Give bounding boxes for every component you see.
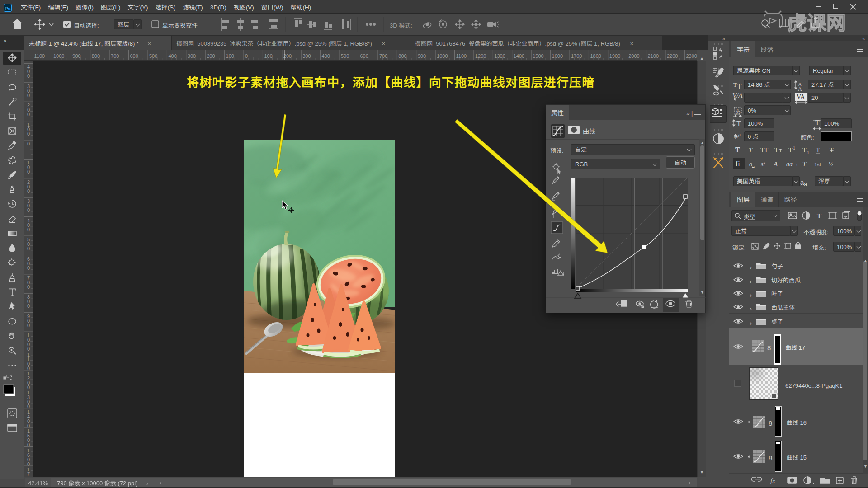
svg-text:0: 0 [27,265,30,271]
svg-text:A: A [798,86,802,92]
svg-text:600: 600 [130,53,138,59]
svg-text:fx: fx [770,477,775,484]
svg-text:500: 500 [149,53,157,59]
svg-text:VA: VA [797,94,805,100]
svg-text:1000: 1000 [437,53,448,59]
svg-text:aa→: aa→ [786,161,799,168]
svg-text:0: 0 [27,284,30,290]
svg-text:T: T [802,160,807,168]
svg-text:0: 0 [27,476,30,477]
svg-text:1600: 1600 [552,53,563,59]
svg-text:0: 0 [245,53,248,59]
svg-text:1000: 1000 [53,53,64,59]
svg-text:T: T [817,212,821,220]
svg-text:1100: 1100 [456,53,467,59]
svg-text:1700: 1700 [571,53,582,59]
svg-text:0: 0 [27,227,30,232]
svg-text:1500: 1500 [533,53,543,59]
svg-text:fi: fi [736,160,740,168]
svg-text:600: 600 [360,53,368,59]
svg-text:1: 1 [807,150,809,155]
svg-text:300: 300 [188,53,196,59]
svg-text:T: T [737,82,742,91]
svg-text:900: 900 [72,53,80,59]
svg-text:T: T [736,119,741,128]
svg-text:T: T [815,119,820,127]
svg-text:1900: 1900 [609,53,620,59]
svg-text:500: 500 [341,53,349,59]
svg-text:0: 0 [27,207,30,213]
svg-text:1st: 1st [814,161,821,168]
svg-text:T: T [774,147,778,154]
svg-text:1800: 1800 [590,53,601,59]
svg-text:TT: TT [760,147,769,154]
svg-text:2200: 2200 [667,53,678,59]
svg-text:0: 0 [27,131,30,136]
svg-text:2000: 2000 [628,53,639,59]
svg-text:2100: 2100 [648,53,659,59]
svg-text:1400: 1400 [514,53,524,59]
svg-text:½: ½ [829,161,833,168]
svg-text:A: A [773,160,778,168]
svg-text:800: 800 [92,53,100,59]
svg-text:あ: あ [735,108,741,114]
svg-text:0: 0 [27,246,30,251]
svg-text:300: 300 [302,53,311,59]
svg-text:T: T [735,146,740,154]
svg-text:o˽: o˽ [749,161,755,168]
svg-text:虎课网: 虎课网 [788,9,846,33]
svg-text:0: 0 [27,73,30,79]
svg-text:0: 0 [27,169,30,174]
svg-text:400: 400 [168,53,176,59]
svg-text:400: 400 [322,53,330,59]
svg-text:200: 200 [207,53,215,59]
svg-text:1200: 1200 [475,53,486,59]
svg-text:700: 700 [379,53,387,59]
svg-text:0: 0 [27,323,30,328]
svg-text:1100: 1100 [34,53,45,59]
svg-text:1300: 1300 [494,53,505,59]
svg-text:0: 0 [27,141,30,146]
svg-text:0: 0 [27,188,30,194]
svg-text:st: st [761,161,765,168]
svg-text:100: 100 [226,53,234,59]
svg-text:T: T [779,148,782,153]
svg-text:0: 0 [27,303,30,309]
svg-text:T: T [802,147,807,154]
svg-text:900: 900 [418,53,426,59]
svg-text:T: T [733,81,737,88]
svg-text:0: 0 [27,112,30,117]
svg-text:a: a [738,131,741,137]
svg-text:T: T [830,147,834,154]
svg-text:0: 0 [27,93,30,98]
svg-text:200: 200 [283,53,292,59]
svg-text:1: 1 [793,145,795,150]
svg-text:T: T [788,147,793,154]
svg-text:T: T [816,147,820,154]
svg-text:2300: 2300 [686,53,697,59]
svg-text:700: 700 [111,53,119,59]
svg-text:T: T [749,146,753,154]
svg-text:800: 800 [398,53,406,59]
svg-text:V/A: V/A [732,92,743,99]
svg-text:100: 100 [264,53,272,59]
